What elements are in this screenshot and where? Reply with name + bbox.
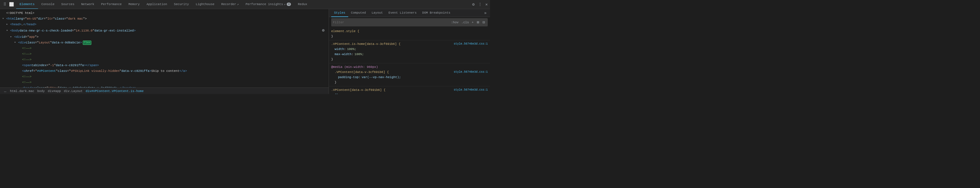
- breadcrumb-html[interactable]: html.dark.mac: [10, 90, 34, 93]
- style-source-link[interactable]: style.56746e3d.css:1: [454, 42, 488, 47]
- dom-line-comment-3[interactable]: <!——>: [0, 57, 329, 63]
- tab-redux[interactable]: Redux: [294, 0, 310, 9]
- dom-line-app[interactable]: <div id="app">: [0, 34, 329, 40]
- style-property-flex-grow[interactable]: flex-grow : 1;: [331, 93, 488, 94]
- dom-triangle[interactable]: [18, 85, 22, 87]
- tab-sources[interactable]: Sources: [58, 0, 78, 9]
- cls-button[interactable]: .cls: [460, 21, 469, 24]
- flex-badge[interactable]: flex: [83, 40, 91, 45]
- styles-filter-input[interactable]: [333, 21, 450, 24]
- expand-icon[interactable]: »: [483, 10, 488, 16]
- dom-line-comment-2[interactable]: <!——>: [0, 51, 329, 57]
- styles-filter-actions: :hov .cls + ⊞ ⊟: [450, 19, 486, 26]
- dom-line-comment-1[interactable]: <!——>: [0, 45, 329, 51]
- style-property-padding-top[interactable]: padding-top : var(--vp-nav-height);: [331, 75, 488, 80]
- new-style-rule-icon[interactable]: ⊞: [476, 19, 480, 26]
- tab-application[interactable]: Application: [143, 0, 171, 9]
- devtools-icons: ⠿ ⬜: [1, 2, 16, 7]
- dom-line-header[interactable]: <header class="VPNav" data-v-9d8abc1e da…: [0, 85, 329, 87]
- style-block-media: @media (min-width: 960px) .VPContent[dat…: [329, 63, 490, 86]
- settings-icon[interactable]: ⚙: [471, 1, 476, 8]
- performance-insights-badge: 4: [287, 3, 291, 6]
- inspect-element-icon[interactable]: ⊕: [320, 27, 326, 34]
- breadcrumb-current[interactable]: div#VPContent.VPContent.is-home: [86, 90, 144, 93]
- styles-tab-styles[interactable]: Styles: [331, 9, 348, 17]
- styles-tabs: Styles Computed Layout Event Listeners D…: [329, 9, 490, 17]
- breadcrumb-body[interactable]: body: [37, 90, 45, 93]
- dom-panel: <!DOCTYPE html> <html lang="en-US" dir="…: [0, 9, 329, 94]
- tab-bar-actions: ⚙ ⋮ ✕: [471, 1, 489, 8]
- style-selector[interactable]: element.style {: [331, 29, 488, 34]
- style-media-query: @media (min-width: 960px): [331, 64, 488, 69]
- styles-content: element.style { } .VPContent.is-home[dat…: [329, 27, 490, 94]
- dom-line-head[interactable]: <head> … </head>: [0, 22, 329, 27]
- tab-memory[interactable]: Memory: [125, 0, 143, 9]
- style-source-link[interactable]: style.56746e3d.css:1: [454, 69, 488, 75]
- close-devtools-icon[interactable]: ✕: [484, 1, 489, 8]
- style-selector[interactable]: .VPContent[data-v-3cf691b6] { style.5674…: [331, 87, 488, 93]
- styles-tab-event-listeners[interactable]: Event Listeners: [386, 9, 419, 17]
- dom-line-span[interactable]: <span tabindex="-1" data-v-c8291ffa></sp…: [0, 63, 329, 68]
- dom-line-comment-5[interactable]: <!——>: [0, 80, 329, 85]
- tab-recorder[interactable]: Recorder ↗: [218, 0, 242, 9]
- breadcrumb-app[interactable]: div#app: [48, 90, 61, 93]
- tab-network[interactable]: Network: [78, 0, 97, 9]
- add-rule-button[interactable]: +: [471, 21, 475, 24]
- dom-triangle[interactable]: [10, 34, 14, 40]
- recorder-icon: ↗: [237, 3, 239, 6]
- main-content: <!DOCTYPE html> <html lang="en-US" dir="…: [0, 9, 490, 94]
- styles-tabs-actions: »: [483, 10, 488, 16]
- style-block-element: element.style { }: [329, 27, 490, 40]
- dom-tree[interactable]: <!DOCTYPE html> <html lang="en-US" dir="…: [0, 9, 329, 87]
- tab-elements[interactable]: Elements: [16, 0, 38, 9]
- styles-filter-bar: :hov .cls + ⊞ ⊟: [331, 18, 488, 26]
- tab-security[interactable]: Security: [170, 0, 192, 9]
- cursor-icon[interactable]: ⠿: [3, 2, 7, 7]
- style-block-vpcontent: .VPContent[data-v-3cf691b6] { style.5674…: [329, 86, 490, 94]
- breadcrumb-layout[interactable]: div.Layout: [64, 90, 83, 93]
- hov-button[interactable]: :hov: [450, 21, 460, 24]
- tab-performance-insights[interactable]: Performance insights ↗ 4: [242, 0, 294, 9]
- elements-icon[interactable]: ⬜: [8, 2, 14, 7]
- styles-tab-dom-breakpoints[interactable]: DOM Breakpoints: [419, 9, 453, 17]
- style-property-max-width[interactable]: max-width : 100%;: [331, 52, 488, 57]
- dom-line-html[interactable]: <html lang="en-US" dir="ltr" class="dark…: [0, 16, 329, 22]
- more-options-dots[interactable]: …: [2, 88, 8, 94]
- style-selector[interactable]: .VPContent[data-v-3cf691b6] { style.5674…: [331, 69, 488, 75]
- style-block-vpcontent-ishome: .VPContent.is-home[data-v-3cf691b6] { st…: [329, 40, 490, 63]
- dom-triangle[interactable]: [2, 16, 6, 21]
- dom-line-body[interactable]: <body data-new-gr-c-s-check-loaded="14.1…: [0, 27, 329, 34]
- style-selector[interactable]: .VPContent.is-home[data-v-3cf691b6] { st…: [331, 42, 488, 47]
- dom-triangle[interactable]: [6, 22, 10, 27]
- tab-performance[interactable]: Performance: [97, 0, 125, 9]
- dom-triangle[interactable]: [14, 40, 18, 45]
- tab-lighthouse[interactable]: Lighthouse: [192, 0, 218, 9]
- tab-bar: ⠿ ⬜ Elements Console Sources Network Per…: [0, 0, 490, 9]
- styles-panel: Styles Computed Layout Event Listeners D…: [329, 9, 490, 94]
- styles-tab-layout[interactable]: Layout: [369, 9, 386, 17]
- dom-content: <!DOCTYPE html>: [6, 11, 34, 16]
- styles-tab-computed[interactable]: Computed: [348, 9, 369, 17]
- dom-line-comment-4[interactable]: <!——>: [0, 74, 329, 80]
- performance-insights-icon: ↗: [284, 3, 286, 6]
- tab-console[interactable]: Console: [38, 0, 58, 9]
- style-source-link[interactable]: style.56746e3d.css:1: [454, 87, 488, 93]
- dom-triangle[interactable]: [6, 28, 10, 33]
- dom-line-layout[interactable]: <div class="Layout" data-v-9d8abc1e> fle…: [0, 40, 329, 45]
- style-property-width[interactable]: width : 100%;: [331, 47, 488, 52]
- dom-line-doctype[interactable]: <!DOCTYPE html>: [0, 10, 329, 16]
- dom-line-anchor[interactable]: <a href="#VPContent" class="VPSkipLink v…: [0, 68, 329, 74]
- toggle-element-state-icon[interactable]: ⊟: [482, 19, 486, 26]
- more-options-icon[interactable]: ⋮: [477, 1, 483, 8]
- breadcrumb-bar: … html.dark.mac body div#app div.Layout …: [0, 87, 329, 94]
